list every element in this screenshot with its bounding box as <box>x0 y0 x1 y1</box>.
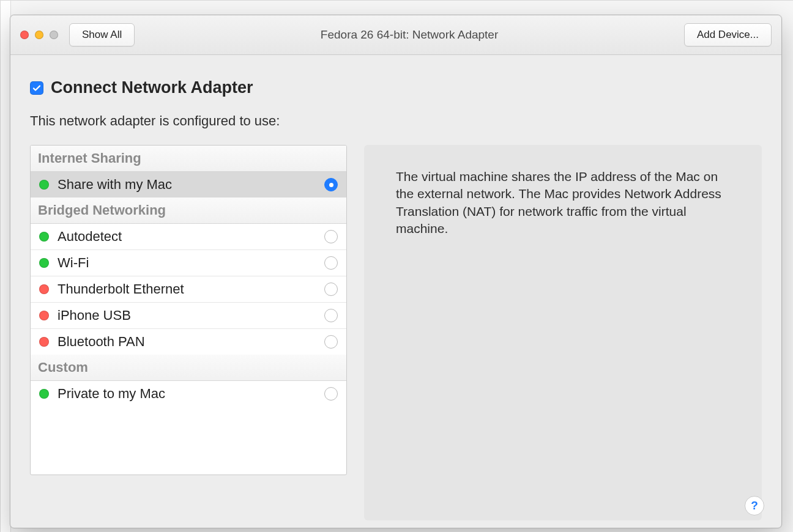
settings-window: Show All Fedora 26 64-bit: Network Adapt… <box>10 15 782 528</box>
network-option-label: Autodetect <box>58 229 316 245</box>
network-option-radio[interactable] <box>324 335 338 349</box>
minimize-icon[interactable] <box>35 31 43 39</box>
network-option[interactable]: Thunderbolt Ethernet <box>31 276 346 302</box>
network-option[interactable]: Bluetooth PAN <box>31 328 346 355</box>
add-device-button[interactable]: Add Device... <box>684 23 772 46</box>
status-dot-icon <box>39 389 49 399</box>
content-area: Connect Network Adapter This network ada… <box>10 55 781 528</box>
network-option-label: Private to my Mac <box>58 386 316 402</box>
network-option-radio[interactable] <box>324 387 338 401</box>
connect-adapter-checkbox[interactable] <box>30 81 43 95</box>
network-option-label: Bluetooth PAN <box>58 334 316 350</box>
panel-subtitle: This network adapter is configured to us… <box>30 113 762 129</box>
zoom-icon[interactable] <box>50 31 58 39</box>
network-option[interactable]: Private to my Mac <box>31 381 346 407</box>
group-header: Internet Sharing <box>31 146 346 172</box>
network-option-radio[interactable] <box>324 309 338 322</box>
status-dot-icon <box>39 258 49 268</box>
network-option-radio[interactable] <box>324 230 338 243</box>
network-option-label: Wi-Fi <box>58 255 316 271</box>
network-option-label: Thunderbolt Ethernet <box>58 281 316 297</box>
network-option-label: iPhone USB <box>58 308 316 323</box>
group-header: Bridged Networking <box>31 198 346 224</box>
window-traffic-lights <box>20 31 58 39</box>
window-titlebar: Show All Fedora 26 64-bit: Network Adapt… <box>10 15 781 55</box>
network-option-label: Share with my Mac <box>58 177 316 193</box>
status-dot-icon <box>39 284 49 294</box>
network-option[interactable]: Share with my Mac <box>31 172 346 198</box>
status-dot-icon <box>39 311 49 320</box>
group-header: Custom <box>31 355 346 381</box>
network-option-radio[interactable] <box>324 256 338 270</box>
network-mode-list: Internet SharingShare with my MacBridged… <box>30 145 347 475</box>
network-option[interactable]: Wi-Fi <box>31 249 346 276</box>
status-dot-icon <box>39 180 49 190</box>
close-icon[interactable] <box>20 31 29 39</box>
mode-description: The virtual machine shares the IP addres… <box>364 145 762 520</box>
network-option-radio[interactable] <box>324 178 338 191</box>
status-dot-icon <box>39 337 49 347</box>
panel-heading: Connect Network Adapter <box>51 78 253 97</box>
help-button[interactable]: ? <box>745 496 764 515</box>
network-option-radio[interactable] <box>324 283 338 296</box>
status-dot-icon <box>39 232 49 242</box>
network-option[interactable]: iPhone USB <box>31 302 346 328</box>
window-title: Fedora 26 64-bit: Network Adapter <box>135 28 684 42</box>
network-option[interactable]: Autodetect <box>31 224 346 249</box>
show-all-button[interactable]: Show All <box>69 23 135 46</box>
